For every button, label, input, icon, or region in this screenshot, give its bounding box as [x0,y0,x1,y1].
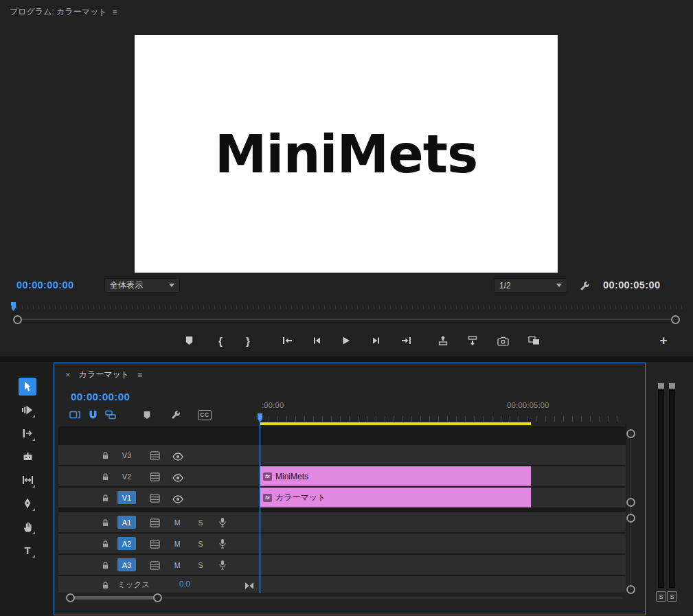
slip-tool[interactable] [19,471,36,489]
ripple-edit-tool[interactable] [19,424,36,442]
playhead-timecode[interactable]: 00:00:00:00 [16,280,73,290]
sync-lock-icon[interactable] [150,518,160,530]
go-to-out-button[interactable] [396,331,416,350]
lock-icon[interactable] [101,472,110,484]
panel-divider[interactable] [0,356,693,362]
step-back-button[interactable] [307,331,326,350]
track-height-handle-audio[interactable] [626,514,635,523]
sync-lock-icon[interactable] [150,560,160,573]
insert-as-nest-toggle[interactable] [68,409,82,421]
sync-lock-icon[interactable] [150,472,160,484]
mic-icon[interactable] [218,517,227,530]
solo-button[interactable]: S [195,538,206,549]
export-frame-button[interactable] [493,331,512,350]
step-forward-button[interactable] [367,331,386,350]
linked-selection-toggle[interactable] [104,409,117,421]
snap-toggle[interactable] [86,409,100,421]
comparison-view-button[interactable] [524,331,543,350]
button-editor-add-button[interactable]: + [654,331,673,350]
close-icon[interactable]: × [65,369,71,380]
fx-badge: fx [263,472,272,481]
master-track-row[interactable]: ミックス 0.0 [58,576,626,593]
pen-tool[interactable] [19,494,36,512]
monitor-ruler[interactable] [11,306,682,309]
timeline-playhead-line[interactable] [260,422,260,593]
lock-icon[interactable] [101,580,110,593]
lock-icon[interactable] [101,450,110,463]
mic-icon[interactable] [218,560,227,573]
sync-lock-icon[interactable] [150,493,160,505]
track-target-button-a1[interactable]: A1 [117,516,136,529]
track-row-v3[interactable]: V3 [58,445,626,465]
scrollbar-handle-left[interactable] [66,593,75,602]
track-row-a2[interactable]: A2 M S [58,534,626,554]
lock-icon[interactable] [101,518,110,530]
track-row-a1[interactable]: A1 M S [58,512,626,532]
work-area-bar[interactable] [260,422,531,425]
tool-flyout-indicator [32,532,35,534]
play-button[interactable] [336,331,355,350]
timeline-tab[interactable]: × カラーマット ≡ [65,369,142,380]
add-marker-button[interactable] [140,409,154,421]
razor-tool[interactable] [19,448,36,466]
go-to-in-button[interactable] [277,331,297,350]
solo-meter-button-right[interactable]: S [667,591,677,602]
hand-tool[interactable] [19,518,36,536]
type-tool[interactable]: T [19,541,36,559]
track-target-button-v2[interactable]: V2 [117,470,136,483]
time-ruler[interactable] [260,416,626,422]
track-height-handle-top[interactable] [626,429,635,438]
mute-button[interactable]: M [172,560,183,570]
zoom-handle-right[interactable] [671,315,680,324]
playback-resolution-dropdown[interactable]: 1/2 [494,278,567,293]
tool-flyout-indicator [32,485,35,488]
lift-button[interactable] [433,331,453,350]
selection-tool[interactable] [19,378,36,396]
solo-button[interactable]: S [195,517,206,527]
mic-icon[interactable] [218,538,227,551]
track-row-a3[interactable]: A3 M S [58,555,626,575]
master-track-label: ミックス [117,580,150,590]
solo-button[interactable]: S [195,560,206,570]
mute-button[interactable]: M [172,517,183,527]
track-select-forward-tool[interactable] [19,401,36,419]
mark-out-button[interactable]: } [238,331,258,350]
sync-lock-icon[interactable] [150,450,160,463]
clip-color-matte[interactable]: fx カラーマット [260,488,531,507]
eye-icon[interactable] [172,494,183,506]
panel-menu-icon[interactable]: ≡ [112,8,117,17]
track-target-button-v3[interactable]: V3 [117,448,136,461]
ruler-label-5s: 00:00:05:00 [507,401,549,409]
lock-icon[interactable] [101,493,110,505]
add-marker-button[interactable] [179,331,198,350]
horizontal-scrollbar-thumb[interactable] [70,596,157,600]
timeline-timecode[interactable]: 00:00:00:00 [71,391,130,402]
vertical-scrollbar-track[interactable] [630,432,630,590]
scrollbar-handle-right[interactable] [153,593,162,602]
panel-menu-icon[interactable]: ≡ [137,370,142,380]
mark-in-button[interactable]: { [211,331,230,350]
extract-icon [467,335,478,346]
extract-button[interactable] [463,331,482,350]
eye-icon[interactable] [172,472,183,485]
track-target-button-a3[interactable]: A3 [117,558,136,571]
eye-icon[interactable] [172,451,183,464]
timeline-settings-button[interactable] [169,409,183,421]
clip-minimets[interactable]: fx MiniMets [260,466,531,486]
mute-button[interactable]: M [172,538,183,549]
lock-icon[interactable] [101,560,110,573]
zoom-handle-left[interactable] [13,315,22,324]
fit-dropdown[interactable]: 全体表示 [104,278,180,293]
settings-wrench-icon[interactable] [577,278,592,293]
lock-icon[interactable] [101,539,110,551]
solo-meter-button-left[interactable]: S [656,591,666,602]
track-target-button-v1[interactable]: V1 [117,491,136,504]
track-height-handle-bottom[interactable] [626,585,635,594]
monitor-zoom-bar[interactable] [21,319,672,320]
sync-lock-icon[interactable] [150,539,160,551]
track-target-button-a2[interactable]: A2 [117,537,136,550]
track-height-handle-video[interactable] [626,498,635,507]
keyframe-bowtie-icon[interactable] [245,580,254,593]
master-volume-value[interactable]: 0.0 [179,580,190,588]
captions-toggle[interactable]: CC [198,409,212,421]
